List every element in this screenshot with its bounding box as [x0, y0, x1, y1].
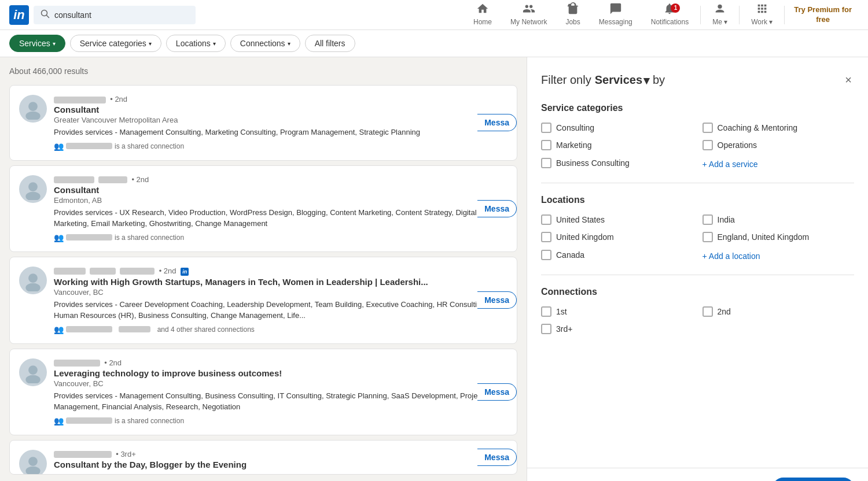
- checkbox-1st[interactable]: [541, 306, 551, 317]
- card-name[interactable]: Consultant by the Day, Blogger by the Ev…: [54, 460, 507, 469]
- message-button[interactable]: Messa: [477, 114, 517, 131]
- svg-point-2: [718, 5, 722, 9]
- close-filter-panel-button[interactable]: ×: [843, 71, 854, 89]
- filter-options-grid: Consulting Coaching & Mentoring Marketin…: [541, 123, 854, 169]
- svg-point-11: [28, 457, 38, 466]
- card-name[interactable]: Leveraging technology to improve busines…: [54, 368, 507, 378]
- filter-option-business-consulting[interactable]: Business Consulting: [541, 157, 693, 169]
- nav-home[interactable]: Home: [464, 0, 501, 30]
- checkbox-3rd-plus[interactable]: [541, 324, 551, 334]
- card-name[interactable]: Consultant: [54, 185, 507, 195]
- search-input[interactable]: [54, 10, 189, 20]
- svg-point-5: [28, 182, 38, 191]
- connection-icon: 👥: [54, 142, 64, 151]
- work-grid-icon: [756, 2, 768, 17]
- card-services: Provides services - UX Research, Video P…: [54, 207, 507, 230]
- message-button[interactable]: Messa: [477, 291, 517, 309]
- message-button[interactable]: Messa: [477, 200, 517, 217]
- card-name[interactable]: Consultant: [54, 105, 507, 114]
- filter-option-consulting[interactable]: Consulting: [541, 123, 693, 133]
- premium-link[interactable]: Try Premium for free: [787, 5, 859, 25]
- blurred-name: [54, 268, 86, 275]
- card-name[interactable]: Working with High Growth Startups, Manag…: [54, 277, 507, 287]
- checkbox-2nd[interactable]: [703, 306, 713, 317]
- add-location-link[interactable]: + Add a location: [703, 249, 855, 261]
- filter-option-england-uk[interactable]: England, United Kingdom: [703, 232, 855, 242]
- nav-messaging-label: Messaging: [599, 18, 632, 26]
- nav-divider-work: [739, 6, 740, 24]
- nav-work[interactable]: Work ▾: [742, 0, 782, 30]
- add-service-link[interactable]: + Add a service: [703, 157, 855, 169]
- table-row: • 2nd Leveraging technology to improve b…: [9, 349, 517, 435]
- nav-work-label: Work ▾: [751, 18, 773, 26]
- filter-section-title: Locations: [541, 195, 854, 205]
- filter-locations-button[interactable]: Locations ▾: [166, 35, 226, 52]
- filter-option-canada[interactable]: Canada: [541, 249, 693, 261]
- nav-notifications[interactable]: 1 Notifications: [642, 0, 698, 30]
- message-button[interactable]: Messa: [477, 383, 517, 401]
- filter-option-coaching-mentoring[interactable]: Coaching & Mentoring: [703, 123, 855, 133]
- checkbox-business-consulting[interactable]: [541, 158, 551, 168]
- avatar: [19, 358, 47, 386]
- checkbox-united-states[interactable]: [541, 214, 551, 225]
- messaging-icon: [609, 2, 622, 17]
- linkedin-badge: in: [181, 268, 189, 276]
- card-content: • 2nd in Working with High Growth Startu…: [54, 267, 507, 334]
- results-count: About 466,000 results: [9, 66, 517, 76]
- chevron-down-icon: ▾: [213, 40, 216, 47]
- nav-messaging[interactable]: Messaging: [590, 0, 642, 30]
- filter-panel-services-dropdown[interactable]: Services ▾: [595, 73, 649, 87]
- me-icon: [713, 2, 726, 17]
- checkbox-india[interactable]: [703, 214, 713, 225]
- checkbox-canada[interactable]: [541, 250, 551, 260]
- connection-icon: 👥: [54, 416, 64, 426]
- svg-point-7: [28, 273, 38, 283]
- card-connection: 👥 is a shared connection: [54, 142, 507, 151]
- filter-panel: Filter only Services ▾ by × Service cate…: [527, 57, 868, 481]
- search-bar[interactable]: [34, 6, 196, 24]
- filter-option-3rd-plus[interactable]: 3rd+: [541, 324, 693, 334]
- nav-me[interactable]: Me ▾: [703, 0, 737, 30]
- checkbox-operations[interactable]: [703, 140, 713, 150]
- checkbox-united-kingdom[interactable]: [541, 232, 551, 242]
- filter-option-marketing[interactable]: Marketing: [541, 140, 693, 150]
- filter-service-categories-button[interactable]: Service categories ▾: [70, 35, 161, 52]
- filter-option-united-kingdom[interactable]: United Kingdom: [541, 232, 693, 242]
- filter-option-india[interactable]: India: [703, 214, 855, 225]
- card-meta: • 2nd: [54, 95, 507, 103]
- checkbox-marketing[interactable]: [541, 140, 551, 150]
- show-results-button[interactable]: Show results: [773, 478, 854, 481]
- filter-services-button[interactable]: Services ▾: [9, 35, 65, 52]
- connection-icon: 👥: [54, 325, 64, 334]
- nav-my-network[interactable]: My Network: [501, 0, 556, 30]
- jobs-icon: [567, 2, 579, 17]
- filter-connections-button[interactable]: Connections ▾: [230, 35, 300, 52]
- connection-icon: 👥: [54, 233, 64, 242]
- checkbox-consulting[interactable]: [541, 123, 551, 133]
- card-connection: 👥 is a shared connection: [54, 416, 507, 426]
- filter-bar: Services ▾ Service categories ▾ Location…: [0, 30, 868, 57]
- blurred-connection: [66, 234, 112, 240]
- linkedin-logo[interactable]: in: [9, 5, 29, 25]
- filter-section-connections: Connections 1st 2nd 3rd+: [541, 287, 854, 334]
- filter-panel-title: Filter only Services ▾ by: [541, 73, 665, 87]
- search-icon: [41, 9, 50, 21]
- filter-option-operations[interactable]: Operations: [703, 140, 855, 150]
- filter-panel-footer: Reset Show results: [527, 468, 868, 481]
- nav-jobs[interactable]: Jobs: [556, 0, 589, 30]
- filter-option-1st[interactable]: 1st: [541, 306, 693, 317]
- filter-all-filters-button[interactable]: All filters: [305, 35, 355, 52]
- reset-button[interactable]: Reset: [723, 479, 763, 482]
- filter-options-grid: 1st 2nd 3rd+: [541, 306, 854, 334]
- filter-option-united-states[interactable]: United States: [541, 214, 693, 225]
- card-content: • 2nd Consultant Edmonton, AB Provides s…: [54, 175, 507, 242]
- message-button[interactable]: Messa: [477, 449, 517, 466]
- results-panel: About 466,000 results • 2nd Consultant G…: [0, 57, 527, 481]
- table-row: • 2nd Consultant Edmonton, AB Provides s…: [9, 165, 517, 252]
- nav-me-label: Me ▾: [712, 18, 727, 26]
- checkbox-coaching-mentoring[interactable]: [703, 123, 713, 133]
- checkbox-england-uk[interactable]: [703, 232, 713, 242]
- filter-option-2nd[interactable]: 2nd: [703, 306, 855, 317]
- card-meta: • 2nd in: [54, 267, 507, 276]
- card-services: Provides services - Management Consultin…: [54, 390, 507, 413]
